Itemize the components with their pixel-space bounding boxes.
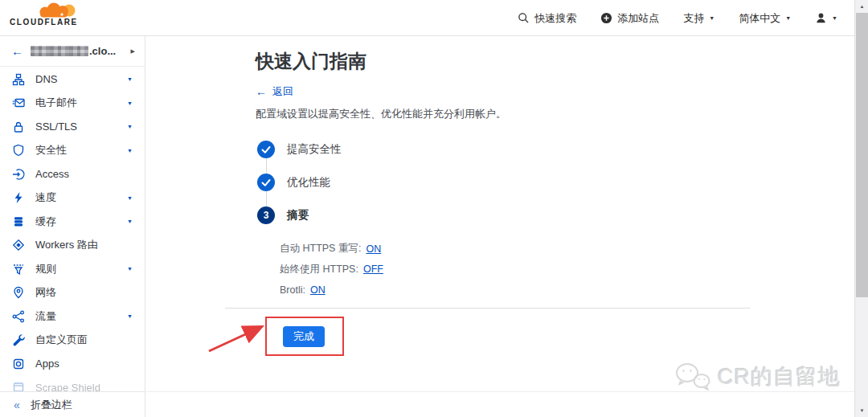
- setting-value-link[interactable]: OFF: [363, 264, 383, 275]
- step-number-badge: 3: [257, 206, 275, 224]
- sidebar-item-label: Apps: [35, 358, 59, 370]
- sidebar-item-ssl-tls[interactable]: SSL/TLS ▼: [0, 115, 145, 139]
- quick-search-button[interactable]: 快速搜索: [518, 11, 576, 26]
- sidebar-item-traffic[interactable]: 流量 ▼: [0, 305, 145, 329]
- quick-search-label: 快速搜索: [534, 11, 576, 26]
- language-label: 简体中文: [739, 11, 780, 26]
- step-summary[interactable]: 3 摘要: [257, 206, 342, 224]
- cloudflare-dashboard: CLOUDFLARE 快速搜索 添加站点 支持 ▼: [0, 0, 868, 417]
- sidebar-item-apps[interactable]: Apps: [0, 352, 145, 376]
- chevron-down-icon[interactable]: ▼: [127, 313, 133, 319]
- dns-icon: [12, 73, 25, 86]
- back-arrow-icon[interactable]: ←: [11, 44, 23, 58]
- lightning-icon: [12, 191, 25, 204]
- share-icon: [12, 310, 25, 323]
- pin-icon: [12, 286, 25, 299]
- header-actions: 快速搜索 添加站点 支持 ▼ 简体中文 ▼: [518, 0, 837, 36]
- brand-text: CLOUDFLARE: [10, 18, 79, 27]
- step-label: 摘要: [287, 208, 309, 223]
- watermark-text: CR的自留地: [718, 362, 841, 391]
- step-connector: [266, 158, 267, 174]
- cloudflare-cloud-icon: [34, 2, 79, 18]
- wrench-icon: [12, 333, 25, 346]
- setting-value-link[interactable]: ON: [366, 243, 381, 255]
- vertical-scrollbar[interactable]: ▲ ▼: [854, 0, 868, 417]
- top-header: CLOUDFLARE 快速搜索 添加站点 支持 ▼: [0, 0, 868, 36]
- chevron-down-icon[interactable]: ▼: [127, 266, 133, 272]
- cache-icon: [12, 215, 25, 228]
- page-description: 配置域设置以提高安全性、优化性能并充分利用帐户。: [256, 107, 506, 121]
- search-icon: [518, 12, 530, 24]
- sidebar-item-cache[interactable]: 缓存 ▼: [0, 210, 145, 234]
- step-optimize-performance[interactable]: 优化性能: [257, 174, 342, 191]
- quick-start-steps: 提高安全性 优化性能 3 摘要: [257, 141, 342, 224]
- watermark: CR的自留地: [674, 362, 841, 392]
- add-site-button[interactable]: 添加站点: [600, 11, 659, 26]
- sidebar-item-email[interactable]: 电子邮件 ▼: [0, 92, 145, 116]
- sidebar-item-label: 规则: [35, 262, 56, 276]
- setting-value-link[interactable]: ON: [310, 284, 326, 296]
- support-label: 支持: [683, 11, 704, 26]
- double-chevron-left-icon: «: [14, 399, 20, 411]
- workers-icon: [12, 239, 25, 251]
- email-icon: [12, 96, 25, 109]
- sidebar-item-label: DNS: [35, 73, 57, 85]
- scrollbar-thumb[interactable]: [856, 13, 868, 297]
- sidebar-item-speed[interactable]: 速度 ▼: [0, 186, 145, 211]
- step-label: 提高安全性: [287, 142, 342, 157]
- sidebar-nav: DNS ▼ 电子邮件 ▼ SSL/TLS ▼ 安全性 ▼ Access: [0, 67, 145, 399]
- divider: [225, 308, 750, 309]
- setting-label: Brotli:: [280, 284, 305, 296]
- scroll-down-button[interactable]: ▼: [855, 404, 868, 417]
- setting-label: 始终使用 HTTPS:: [280, 263, 358, 276]
- sidebar-item-custom-pages[interactable]: 自定义页面: [0, 329, 145, 353]
- user-icon: [815, 12, 827, 24]
- sidebar-item-access[interactable]: Access: [0, 162, 145, 186]
- collapse-sidebar-label: 折叠边栏: [31, 398, 72, 412]
- chevron-down-icon: ▼: [832, 15, 837, 21]
- sidebar-item-rules[interactable]: 规则 ▼: [0, 257, 145, 281]
- add-site-label: 添加站点: [617, 11, 659, 26]
- sidebar-item-dns[interactable]: DNS ▼: [0, 67, 145, 92]
- masked-domain-name: [31, 46, 88, 56]
- chevron-down-icon[interactable]: ▼: [127, 219, 133, 224]
- sidebar-item-label: 安全性: [35, 143, 67, 157]
- apps-icon: [12, 358, 25, 370]
- sidebar-item-security[interactable]: 安全性 ▼: [0, 139, 145, 163]
- collapse-sidebar-button[interactable]: « 折叠边栏: [0, 391, 145, 417]
- sidebar-item-label: 流量: [35, 309, 56, 324]
- filter-icon: [12, 263, 25, 276]
- support-menu[interactable]: 支持 ▼: [683, 11, 714, 26]
- chevron-right-icon[interactable]: ▶: [131, 48, 135, 55]
- lock-icon: [12, 121, 25, 133]
- step-label: 优化性能: [287, 175, 330, 190]
- chevron-down-icon[interactable]: ▼: [127, 195, 133, 201]
- step-improve-security[interactable]: 提高安全性: [257, 141, 342, 158]
- annotation-highlight-box: [265, 317, 344, 356]
- setting-label: 自动 HTTPS 重写:: [280, 242, 361, 256]
- sidebar-item-workers-routes[interactable]: Workers 路由: [0, 234, 145, 258]
- summary-settings: 自动 HTTPS 重写: ON 始终使用 HTTPS: OFF Brotli: …: [280, 239, 383, 300]
- sidebar-item-label: 网络: [35, 285, 56, 300]
- annotation-arrow: [205, 320, 271, 355]
- chevron-down-icon[interactable]: ▼: [127, 148, 133, 153]
- scroll-up-button[interactable]: ▲: [855, 0, 868, 13]
- chevron-down-icon: ▼: [709, 15, 714, 21]
- step-completed-icon: [257, 174, 275, 191]
- shield-icon: [12, 144, 25, 157]
- sidebar-item-network[interactable]: 网络: [0, 281, 145, 305]
- domain-selector[interactable]: ← .clo... ▶: [0, 36, 145, 67]
- setting-auto-https-rewrites: 自动 HTTPS 重写: ON: [280, 239, 383, 260]
- chevron-down-icon[interactable]: ▼: [127, 76, 133, 82]
- cloudflare-logo[interactable]: CLOUDFLARE: [10, 2, 79, 27]
- step-connector: [266, 191, 267, 206]
- chevron-down-icon: ▼: [785, 15, 791, 21]
- language-menu[interactable]: 简体中文 ▼: [739, 11, 791, 26]
- chevron-down-icon[interactable]: ▼: [127, 124, 133, 129]
- account-menu[interactable]: ▼: [815, 12, 837, 24]
- sidebar-item-label: Workers 路由: [35, 238, 98, 252]
- chevron-down-icon[interactable]: ▼: [127, 100, 133, 106]
- back-link[interactable]: ← 返回: [256, 84, 293, 99]
- step-completed-icon: [257, 141, 275, 158]
- sidebar-item-label: 速度: [35, 190, 56, 205]
